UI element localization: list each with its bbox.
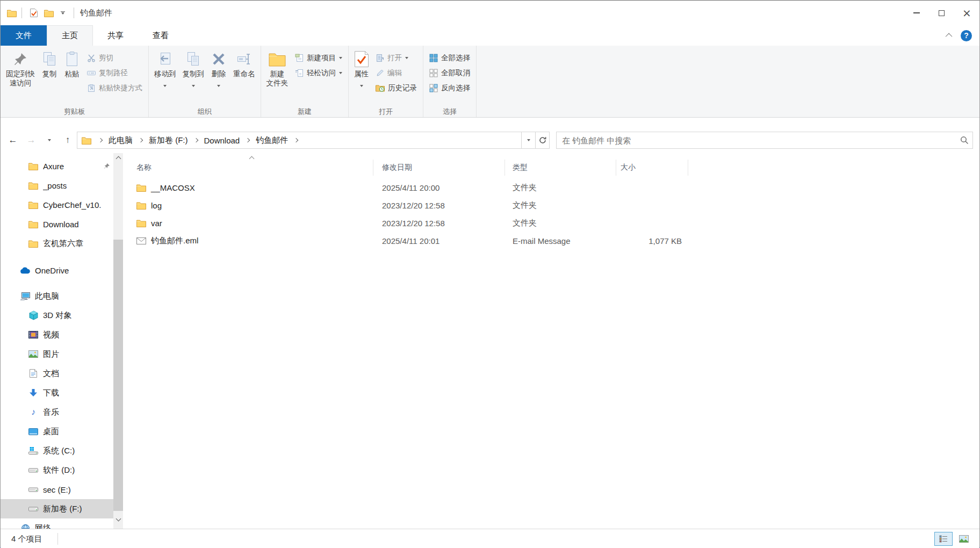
- file-name-cell[interactable]: log: [129, 201, 373, 210]
- easyaccess-icon: [295, 69, 304, 77]
- sidebar-item[interactable]: ♪音乐: [1, 402, 113, 422]
- sidebar-item[interactable]: CyberChef_v10.: [1, 195, 113, 214]
- qat-properties-button[interactable]: [27, 8, 41, 18]
- sidebar-item[interactable]: _posts: [1, 176, 113, 195]
- tab-share[interactable]: 共享: [93, 25, 138, 46]
- pin-to-quick-access-button[interactable]: 固定到快 速访问: [3, 48, 38, 88]
- sidebar-scrollbar[interactable]: [113, 153, 123, 529]
- file-name-cell[interactable]: __MACOSX: [129, 183, 373, 192]
- file-row[interactable]: var2023/12/20 12:58文件夹: [129, 214, 979, 232]
- sidebar-item[interactable]: 桌面: [1, 422, 113, 441]
- sidebar-item[interactable]: 网络: [1, 518, 113, 529]
- paste-shortcut-button[interactable]: 粘贴快捷方式: [83, 81, 146, 95]
- group-label-clipboard: 剪贴板: [1, 107, 148, 117]
- address-history-dropdown[interactable]: [522, 132, 536, 149]
- refresh-button[interactable]: [536, 132, 550, 149]
- history-icon: [376, 84, 385, 92]
- pc-icon: [20, 292, 31, 301]
- sidebar-item[interactable]: 新加卷 (F:): [1, 499, 113, 518]
- history-button[interactable]: 历史记录: [372, 81, 421, 95]
- sidebar-item[interactable]: 软件 (D:): [1, 460, 113, 480]
- delete-button[interactable]: 删除: [207, 48, 230, 89]
- sidebar-item[interactable]: 3D 对象: [1, 306, 113, 325]
- sidebar-item[interactable]: 下载: [1, 383, 113, 402]
- search-input[interactable]: [556, 132, 973, 149]
- paste-button[interactable]: 粘贴: [61, 48, 83, 78]
- file-name: var: [151, 219, 162, 228]
- easy-access-button[interactable]: 轻松访问: [291, 66, 346, 80]
- breadcrumb-chevron-icon[interactable]: [139, 138, 143, 142]
- sidebar-item[interactable]: sec (E:): [1, 480, 113, 499]
- help-button[interactable]: ?: [961, 30, 972, 41]
- column-header-type[interactable]: 类型: [505, 160, 616, 176]
- breadcrumb-item[interactable]: 新加卷 (F:): [148, 135, 189, 146]
- tab-view[interactable]: 查看: [138, 25, 183, 46]
- file-name-cell[interactable]: 钓鱼邮件.eml: [129, 236, 373, 246]
- scrollbar-thumb[interactable]: [113, 240, 123, 511]
- scroll-up-button[interactable]: [113, 153, 123, 163]
- file-name: 钓鱼邮件.eml: [151, 236, 198, 246]
- open-button[interactable]: 打开: [372, 51, 421, 64]
- scroll-down-button[interactable]: [113, 515, 123, 524]
- file-row[interactable]: __MACOSX2025/4/11 20:00文件夹: [129, 179, 979, 197]
- address-box[interactable]: 此电脑新加卷 (F:)Download钓鱼邮件: [77, 132, 522, 149]
- sidebar-item[interactable]: Download: [1, 214, 113, 234]
- rename-button[interactable]: 重命名: [230, 48, 258, 78]
- cut-button[interactable]: 剪切: [83, 51, 146, 64]
- folder-icon: [82, 136, 91, 145]
- detailsview-icon: [939, 535, 948, 543]
- column-header-size[interactable]: 大小: [616, 160, 688, 176]
- copy-button[interactable]: 复制: [38, 48, 61, 78]
- close-button[interactable]: ×: [954, 1, 979, 25]
- paste-icon: [64, 50, 80, 68]
- minimize-button[interactable]: [904, 1, 929, 25]
- file-date: 2023/12/20 12:58: [373, 219, 505, 228]
- copy-path-button[interactable]: 复制路径: [83, 66, 146, 80]
- breadcrumb-item[interactable]: Download: [203, 136, 241, 145]
- thumbnail-view-button[interactable]: [955, 532, 973, 546]
- newitem-icon: [295, 54, 304, 62]
- sidebar-item[interactable]: 视频: [1, 325, 113, 344]
- mag-icon[interactable]: [960, 136, 969, 145]
- recent-locations-dropdown[interactable]: [40, 132, 59, 149]
- edit-button[interactable]: 编辑: [372, 66, 421, 80]
- new-folder-button[interactable]: 新建 文件夹: [263, 48, 292, 88]
- maximize-button[interactable]: [929, 1, 954, 25]
- sidebar-item[interactable]: 图片: [1, 344, 113, 364]
- up-button[interactable]: ↑: [59, 132, 77, 149]
- move-to-button[interactable]: 移动到: [151, 48, 179, 89]
- file-row[interactable]: log2023/12/20 12:58文件夹: [129, 197, 979, 214]
- file-row[interactable]: 钓鱼邮件.eml2025/4/11 20:01E-mail Message1,0…: [129, 232, 979, 250]
- back-button[interactable]: ←: [4, 132, 22, 149]
- breadcrumb-chevron-icon[interactable]: [294, 138, 298, 142]
- sidebar-item[interactable]: 系统 (C:): [1, 441, 113, 460]
- sidebar-item-label: _posts: [43, 181, 67, 190]
- properties-button[interactable]: 属性: [351, 48, 372, 89]
- sidebar-item[interactable]: 此电脑: [1, 286, 113, 306]
- forward-button[interactable]: →: [22, 132, 40, 149]
- breadcrumb-item[interactable]: 此电脑: [107, 135, 134, 146]
- file-name-cell[interactable]: var: [129, 219, 373, 228]
- sidebar-item[interactable]: Axure: [1, 156, 113, 176]
- pictures-icon: [28, 350, 39, 358]
- sidebar-item[interactable]: 玄机第六章: [1, 234, 113, 253]
- select-none-button[interactable]: 全部取消: [426, 66, 474, 80]
- tab-home[interactable]: 主页: [47, 25, 93, 46]
- qat-customize-dropdown[interactable]: [57, 11, 69, 15]
- breadcrumb-item[interactable]: 钓鱼邮件: [255, 135, 289, 146]
- invert-selection-button[interactable]: 反向选择: [426, 81, 474, 95]
- breadcrumb-chevron-icon[interactable]: [193, 138, 198, 142]
- sidebar-item[interactable]: 文档: [1, 364, 113, 383]
- qat-new-folder-button[interactable]: [41, 8, 57, 18]
- tab-file[interactable]: 文件: [1, 25, 47, 46]
- file-size: 1,077 KB: [616, 236, 688, 246]
- new-item-button[interactable]: 新建项目: [291, 51, 346, 64]
- select-all-button[interactable]: 全部选择: [426, 51, 474, 64]
- collapse-ribbon-button[interactable]: [947, 31, 952, 40]
- copy-to-button[interactable]: 复制到: [179, 48, 208, 89]
- breadcrumb-chevron-icon[interactable]: [246, 138, 250, 142]
- sidebar-item-label: 玄机第六章: [43, 239, 83, 249]
- details-view-button[interactable]: [934, 532, 953, 546]
- column-header-date[interactable]: 修改日期: [373, 160, 505, 176]
- sidebar-item[interactable]: OneDrive: [1, 261, 113, 280]
